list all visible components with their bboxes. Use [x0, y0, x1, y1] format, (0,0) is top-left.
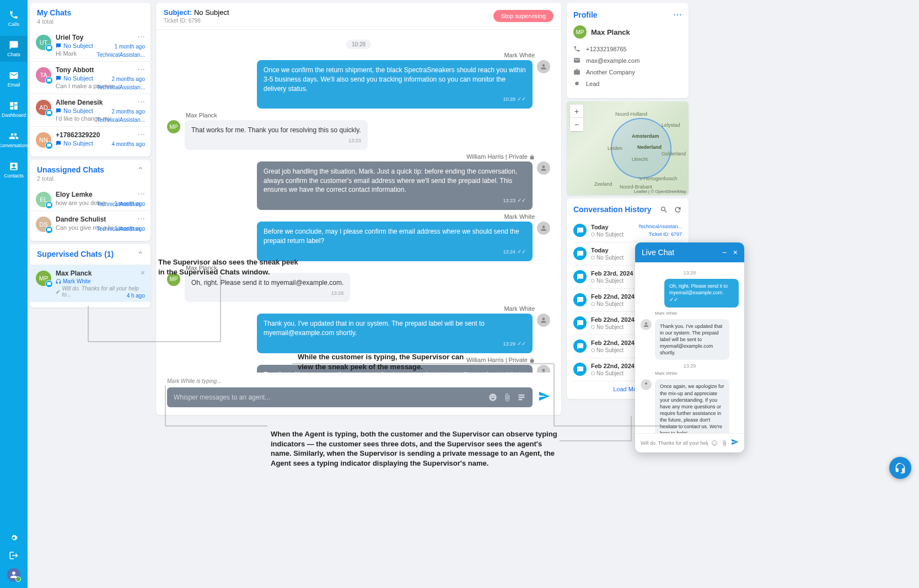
phone-icon [573, 45, 581, 52]
svg-point-1 [712, 441, 717, 446]
nav-chats[interactable]: Chats [0, 36, 28, 62]
supervised-chat-item[interactable]: MP Max Planck Mark White Will do. Thanks… [30, 265, 151, 302]
time-divider: 10:28 [167, 39, 550, 48]
nav-dashboard[interactable]: Dashboard [0, 96, 28, 122]
profile-menu-icon[interactable]: ⋯ [673, 9, 682, 20]
headset-icon [56, 279, 61, 284]
collapse-icon[interactable]: ⌃ [137, 250, 144, 260]
profile-name: Max Planck [591, 28, 630, 36]
close-icon[interactable]: × [733, 248, 738, 257]
annotation-3: When the Agent is typing, both the custo… [271, 429, 557, 468]
message-sender: Mark White [167, 213, 535, 220]
live-chat-send-button[interactable] [731, 438, 739, 448]
profile-company: Another Company [573, 68, 682, 75]
conversation-body[interactable]: 10:28 Mark White Once we confirm the ret… [156, 30, 561, 373]
chat-icon [56, 108, 61, 114]
profile-title: Profile [573, 10, 598, 19]
annotation-2: While the customer is typing, the Superv… [298, 352, 469, 371]
lc-time: 13:29 [641, 363, 739, 369]
whisper-input[interactable] [174, 393, 488, 401]
lc-customer-message: Oh, right. Please send it to myemail@exa… [641, 279, 739, 308]
floating-chat-button[interactable] [889, 457, 911, 479]
attach-icon[interactable] [503, 393, 512, 402]
svg-point-2 [713, 443, 714, 443]
more-icon[interactable]: ⋯ [137, 98, 145, 106]
chat-badge-icon [45, 226, 53, 234]
my-chats-title: My Chats [37, 8, 71, 17]
attach-icon[interactable] [721, 440, 728, 446]
chat-icon [56, 75, 61, 81]
live-chat-footer [635, 433, 744, 452]
chat-item[interactable]: AD Allene Denesik No Subject I'd like to… [30, 94, 151, 126]
message-bubble: That works for me. Thank you for resolvi… [185, 120, 368, 149]
stop-supervising-button[interactable]: Stop supervising [493, 10, 553, 22]
more-icon[interactable]: ⋯ [137, 65, 145, 74]
chat-name: Dandre Schulist [56, 215, 144, 223]
current-user-avatar[interactable] [7, 568, 20, 581]
template-icon[interactable] [517, 393, 526, 402]
avatar [537, 60, 550, 73]
nav-email[interactable]: Email [0, 66, 28, 92]
settings-icon[interactable] [9, 533, 19, 543]
history-avatar [573, 363, 587, 376]
avatar: AD [36, 100, 51, 115]
chat-time: 2 months ago [111, 76, 145, 82]
lc-agent-message: Once again, we apologize for the mix-up … [641, 379, 739, 433]
close-icon[interactable]: × [141, 268, 145, 277]
more-icon[interactable]: ⋯ [137, 214, 145, 223]
send-button[interactable] [538, 390, 550, 404]
nav-conversations[interactable]: Conversations [0, 127, 28, 153]
chat-item[interactable]: NN +17862329220 No Subject ⋯ 4 months ag… [30, 126, 151, 151]
map-label: Nederland [637, 144, 662, 150]
search-icon[interactable] [660, 206, 668, 214]
nav-sidebar: Calls Chats Email Dashboard Conversation… [0, 0, 28, 588]
chat-item[interactable]: TA Tony Abbott No Subject Can I make a p… [30, 61, 151, 94]
minimize-icon[interactable]: − [722, 248, 727, 257]
chat-time: 2 months ago [111, 109, 145, 115]
chat-dept: TechnicalAssistan... [96, 201, 145, 207]
emoji-icon[interactable] [711, 440, 718, 446]
zoom-in-button[interactable]: + [570, 105, 583, 118]
emoji-icon[interactable] [488, 393, 497, 402]
more-icon[interactable]: ⋯ [137, 33, 145, 41]
chat-item[interactable]: UT Uriel Toy No Subject Hi Mark ⋯ 1 mont… [30, 29, 151, 61]
conversation-header: Subject: No Subject Ticket ID: 6798 Stop… [156, 3, 561, 30]
chat-dept: TechnicalAssistan... [96, 84, 145, 90]
more-icon[interactable]: ⋯ [137, 130, 145, 139]
nav-contacts[interactable]: Contacts [0, 157, 28, 183]
chat-item[interactable]: EL Eloy Lemke how are you doing ⋯ 1 mont… [30, 186, 151, 211]
chat-name: Eloy Lemke [56, 191, 144, 198]
history-avatar [573, 247, 587, 260]
map-zoom: + − [570, 105, 583, 131]
phone-icon [9, 10, 19, 20]
history-item[interactable]: Today No Subject TechnicalAssistan... Ti… [573, 219, 682, 242]
avatar: NN [36, 132, 51, 148]
collapse-icon[interactable]: ⌃ [137, 165, 144, 176]
map-card[interactable]: + − Noord-Holland Amsterdam Lelystad Lei… [567, 101, 689, 195]
logout-icon[interactable] [9, 551, 19, 560]
dashboard-icon [9, 101, 19, 111]
history-avatar [573, 270, 587, 283]
avatar [537, 161, 550, 175]
map-label: Zeeland [594, 181, 612, 187]
more-icon[interactable]: ⋯ [137, 190, 145, 198]
email-icon [573, 57, 581, 64]
supervised-chats-section: Supervised Chats (1) ⌃ MP Max Planck Mar… [30, 244, 151, 308]
profile-phone: +12332198765 [573, 45, 682, 52]
avatar [641, 379, 652, 390]
chat-dept: TechnicalAssistan... [96, 117, 145, 123]
map-attribution: Leaflet | © OpenStreetMap [634, 189, 686, 194]
history-avatar [573, 316, 587, 330]
map-label: Noord-Holland [615, 111, 647, 117]
nav-calls[interactable]: Calls [0, 6, 28, 31]
chat-icon [56, 43, 61, 48]
avatar [537, 365, 550, 373]
refresh-icon[interactable] [674, 206, 682, 214]
live-chat-input[interactable] [641, 440, 708, 446]
chat-item[interactable]: DS Dandre Schulist Can you give me a bre… [30, 211, 151, 235]
lc-sender: Mark White [655, 311, 739, 316]
chat-name: Allene Denesik [56, 99, 144, 106]
chat-icon [9, 40, 19, 50]
zoom-out-button[interactable]: − [570, 118, 583, 131]
live-chat-body[interactable]: 13:28 Oh, right. Please send it to myema… [635, 262, 744, 433]
